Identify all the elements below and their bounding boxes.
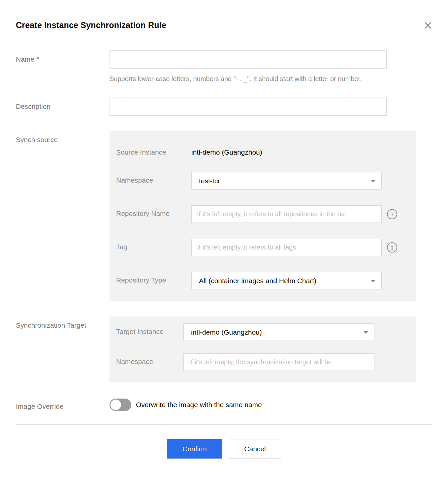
target-namespace-row: Namespace <box>116 353 416 371</box>
dialog-header: Create Instance Synchronization Rule <box>0 0 448 30</box>
confirm-button[interactable]: Confirm <box>167 439 222 459</box>
tag-label: Tag <box>116 239 191 251</box>
chevron-down-icon <box>364 331 368 334</box>
synch-source-label: Synch source <box>16 131 110 144</box>
tag-row: Tag i <box>116 239 416 256</box>
required-asterisk: * <box>37 55 39 62</box>
description-input[interactable] <box>110 98 387 116</box>
dialog-footer: Confirm Cancel <box>0 439 448 459</box>
image-override-label: Image Override <box>16 398 110 410</box>
source-instance-label: Source Instance <box>116 144 191 156</box>
repository-type-select[interactable]: All (container images and Helm Chart) <box>191 272 382 289</box>
repository-type-label: Repository Type <box>116 272 191 284</box>
chevron-down-icon <box>371 180 375 183</box>
sync-rule-form: Name* Supports lower-case letters, numbe… <box>0 50 448 411</box>
name-row: Name* Supports lower-case letters, numbe… <box>16 50 432 84</box>
source-namespace-label: Namespace <box>116 172 191 184</box>
name-input[interactable] <box>110 50 387 69</box>
target-instance-selected-value: intl-demo (Guangzhou) <box>191 328 262 336</box>
repository-type-selected-value: All (container images and Helm Chart) <box>199 277 316 285</box>
synch-source-panel: Source Instance intl-demo (Guangzhou) Na… <box>110 131 416 301</box>
footer-divider <box>16 424 432 425</box>
toggle-knob <box>111 400 121 410</box>
create-sync-rule-dialog: Create Instance Synchronization Rule Nam… <box>0 0 448 478</box>
page-title: Create Instance Synchronization Rule <box>16 20 166 30</box>
source-instance-value: intl-demo (Guangzhou) <box>191 144 262 156</box>
description-row: Description <box>16 98 432 116</box>
description-label: Description <box>16 98 110 110</box>
cancel-button[interactable]: Cancel <box>229 439 281 459</box>
target-namespace-input[interactable] <box>183 353 374 371</box>
image-override-row: Image Override Overwrite the image with … <box>16 398 432 411</box>
info-icon[interactable]: i <box>387 242 397 253</box>
image-override-description: Overwrite the image with the same name <box>136 401 262 409</box>
repository-name-label: Repository Name <box>116 205 191 218</box>
target-instance-label: Target Instance <box>116 323 183 336</box>
close-icon[interactable] <box>424 21 432 30</box>
synchronization-target-label: Synchronization Target <box>16 316 110 329</box>
info-icon[interactable]: i <box>387 209 397 219</box>
repository-name-input[interactable] <box>191 205 382 223</box>
source-namespace-row: Namespace test-tcr <box>116 172 416 190</box>
tag-input[interactable] <box>191 239 382 256</box>
image-override-toggle[interactable] <box>110 399 131 411</box>
name-help-text: Supports lower-case letters, numbers and… <box>110 73 388 84</box>
target-instance-select[interactable]: intl-demo (Guangzhou) <box>183 323 374 341</box>
source-instance-row: Source Instance intl-demo (Guangzhou) <box>116 144 416 156</box>
synchronization-target-row: Synchronization Target Target Instance i… <box>16 316 432 382</box>
repository-type-row: Repository Type All (container images an… <box>116 272 416 289</box>
source-namespace-selected-value: test-tcr <box>199 177 220 185</box>
target-namespace-label: Namespace <box>116 353 183 366</box>
synchronization-target-panel: Target Instance intl-demo (Guangzhou) Na… <box>110 316 416 382</box>
name-label: Name* <box>16 50 110 63</box>
repository-name-row: Repository Name i <box>116 205 416 223</box>
target-instance-row: Target Instance intl-demo (Guangzhou) <box>116 323 416 341</box>
source-namespace-select[interactable]: test-tcr <box>191 172 382 190</box>
synch-source-row: Synch source Source Instance intl-demo (… <box>16 131 432 301</box>
chevron-down-icon <box>371 280 375 283</box>
